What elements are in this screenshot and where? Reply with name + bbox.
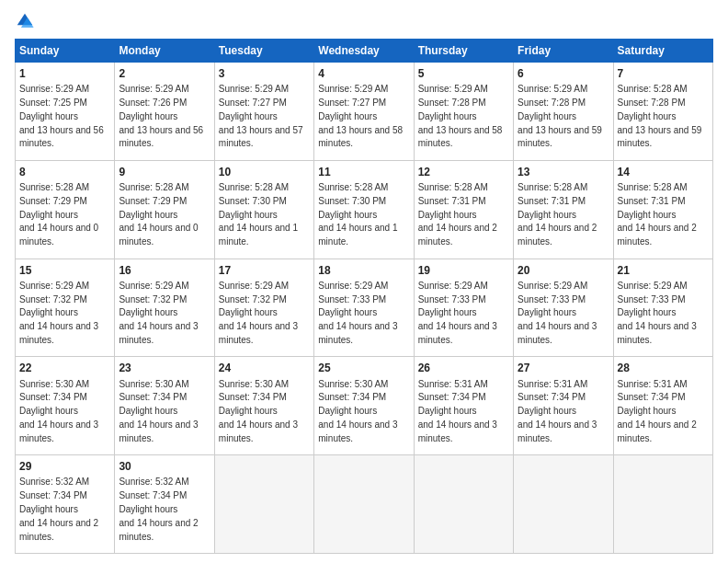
calendar-cell: 26 Sunrise: 5:31 AM Sunset: 7:34 PM Dayl… (414, 357, 513, 455)
cell-daylight-label: Daylight hours (19, 111, 78, 121)
cell-daylight-value: and 14 hours and 2 minutes. (618, 223, 697, 247)
day-number: 25 (318, 361, 409, 375)
cell-sunrise: Sunrise: 5:29 AM (219, 84, 289, 94)
day-number: 24 (219, 361, 310, 375)
cell-daylight-value: and 14 hours and 2 minutes. (19, 518, 98, 542)
calendar-cell: 7 Sunrise: 5:28 AM Sunset: 7:28 PM Dayli… (613, 63, 712, 161)
calendar-cell: 18 Sunrise: 5:29 AM Sunset: 7:33 PM Dayl… (314, 259, 414, 357)
cell-sunrise: Sunrise: 5:30 AM (119, 379, 188, 389)
cell-sunrise: Sunrise: 5:28 AM (119, 182, 188, 192)
cell-daylight-value: and 14 hours and 3 minutes. (119, 321, 198, 345)
day-number: 29 (19, 459, 110, 474)
calendar-cell: 5 Sunrise: 5:29 AM Sunset: 7:28 PM Dayli… (414, 63, 513, 161)
day-number: 15 (19, 263, 110, 278)
calendar-cell: 28 Sunrise: 5:31 AM Sunset: 7:34 PM Dayl… (613, 357, 712, 455)
cell-sunset: Sunset: 7:27 PM (219, 98, 287, 108)
cell-sunset: Sunset: 7:34 PM (119, 490, 187, 500)
cell-daylight-label: Daylight hours (19, 307, 78, 317)
cell-daylight-label: Daylight hours (418, 406, 477, 416)
cell-daylight-value: and 14 hours and 1 minute. (318, 223, 397, 247)
cell-daylight-label: Daylight hours (618, 111, 677, 121)
cell-sunset: Sunset: 7:32 PM (219, 294, 287, 304)
cell-sunset: Sunset: 7:32 PM (19, 294, 87, 304)
cell-sunset: Sunset: 7:34 PM (318, 392, 386, 402)
cell-sunrise: Sunrise: 5:29 AM (618, 281, 688, 291)
week-row-2: 8 Sunrise: 5:28 AM Sunset: 7:29 PM Dayli… (16, 160, 713, 259)
cell-daylight-label: Daylight hours (318, 406, 377, 416)
cell-daylight-label: Daylight hours (518, 406, 576, 416)
cell-daylight-value: and 14 hours and 3 minutes. (518, 321, 597, 345)
cell-sunset: Sunset: 7:29 PM (119, 196, 187, 206)
calendar-cell: 13 Sunrise: 5:28 AM Sunset: 7:31 PM Dayl… (514, 160, 613, 259)
day-number: 22 (19, 361, 110, 375)
cell-daylight-label: Daylight hours (219, 210, 278, 220)
cell-daylight-value: and 14 hours and 3 minutes. (19, 419, 98, 443)
cell-daylight-value: and 14 hours and 0 minutes. (19, 223, 98, 247)
cell-sunset: Sunset: 7:33 PM (618, 294, 686, 304)
cell-daylight-label: Daylight hours (518, 210, 576, 220)
cell-sunset: Sunset: 7:33 PM (418, 294, 486, 304)
calendar-cell (214, 455, 313, 554)
cell-sunrise: Sunrise: 5:29 AM (518, 281, 587, 291)
cell-sunrise: Sunrise: 5:28 AM (618, 84, 688, 94)
calendar-cell: 17 Sunrise: 5:29 AM Sunset: 7:32 PM Dayl… (214, 259, 313, 357)
calendar-cell (514, 455, 613, 554)
cell-daylight-label: Daylight hours (318, 210, 377, 220)
calendar-cell: 24 Sunrise: 5:30 AM Sunset: 7:34 PM Dayl… (214, 357, 313, 455)
cell-daylight-label: Daylight hours (618, 406, 677, 416)
calendar-cell: 29 Sunrise: 5:32 AM Sunset: 7:34 PM Dayl… (16, 455, 115, 554)
header (15, 11, 713, 31)
logo (15, 11, 39, 31)
day-number: 20 (518, 263, 609, 278)
calendar-cell: 15 Sunrise: 5:29 AM Sunset: 7:32 PM Dayl… (16, 259, 115, 357)
calendar-cell: 6 Sunrise: 5:29 AM Sunset: 7:28 PM Dayli… (514, 63, 613, 161)
cell-sunset: Sunset: 7:28 PM (418, 98, 486, 108)
calendar-cell: 14 Sunrise: 5:28 AM Sunset: 7:31 PM Dayl… (613, 160, 712, 259)
cell-daylight-label: Daylight hours (119, 504, 177, 514)
calendar-cell: 8 Sunrise: 5:28 AM Sunset: 7:29 PM Dayli… (16, 160, 115, 259)
day-number: 10 (219, 165, 310, 179)
day-number: 7 (618, 66, 709, 81)
cell-daylight-value: and 14 hours and 0 minutes. (119, 223, 198, 247)
calendar-cell: 1 Sunrise: 5:29 AM Sunset: 7:25 PM Dayli… (16, 63, 115, 161)
cell-sunset: Sunset: 7:28 PM (618, 98, 686, 108)
cell-daylight-label: Daylight hours (418, 307, 477, 317)
cell-sunrise: Sunrise: 5:32 AM (119, 477, 188, 487)
cell-sunrise: Sunrise: 5:29 AM (19, 281, 89, 291)
calendar-cell: 9 Sunrise: 5:28 AM Sunset: 7:29 PM Dayli… (115, 160, 214, 259)
day-number: 19 (418, 263, 509, 278)
day-number: 16 (119, 263, 210, 278)
week-row-5: 29 Sunrise: 5:32 AM Sunset: 7:34 PM Dayl… (16, 455, 713, 554)
day-number: 11 (318, 165, 409, 179)
cell-sunset: Sunset: 7:25 PM (19, 98, 87, 108)
cell-daylight-label: Daylight hours (119, 307, 177, 317)
cell-daylight-label: Daylight hours (19, 504, 78, 514)
day-number: 13 (518, 165, 609, 179)
cell-sunrise: Sunrise: 5:29 AM (518, 84, 587, 94)
cell-daylight-value: and 13 hours and 57 minutes. (219, 125, 303, 149)
cell-sunset: Sunset: 7:31 PM (618, 196, 686, 206)
day-number: 23 (119, 361, 210, 375)
cell-daylight-value: and 13 hours and 56 minutes. (19, 125, 104, 149)
cell-sunset: Sunset: 7:26 PM (119, 98, 187, 108)
calendar-cell: 4 Sunrise: 5:29 AM Sunset: 7:27 PM Dayli… (314, 63, 414, 161)
week-row-4: 22 Sunrise: 5:30 AM Sunset: 7:34 PM Dayl… (16, 357, 713, 455)
day-number: 1 (19, 66, 110, 81)
cell-sunrise: Sunrise: 5:29 AM (19, 84, 89, 94)
cell-daylight-label: Daylight hours (119, 210, 177, 220)
day-number: 21 (618, 263, 709, 278)
cell-daylight-label: Daylight hours (618, 210, 677, 220)
calendar-cell: 21 Sunrise: 5:29 AM Sunset: 7:33 PM Dayl… (613, 259, 712, 357)
cell-daylight-label: Daylight hours (219, 111, 278, 121)
cell-daylight-value: and 14 hours and 2 minutes. (119, 518, 198, 542)
cell-daylight-value: and 14 hours and 3 minutes. (19, 321, 98, 345)
day-number: 12 (418, 165, 509, 179)
cell-sunset: Sunset: 7:34 PM (119, 392, 187, 402)
calendar-cell: 22 Sunrise: 5:30 AM Sunset: 7:34 PM Dayl… (16, 357, 115, 455)
col-header-monday: Monday (115, 40, 214, 63)
day-number: 14 (618, 165, 709, 179)
calendar-cell: 19 Sunrise: 5:29 AM Sunset: 7:33 PM Dayl… (414, 259, 513, 357)
cell-sunrise: Sunrise: 5:29 AM (119, 84, 188, 94)
day-number: 27 (518, 361, 609, 375)
week-row-3: 15 Sunrise: 5:29 AM Sunset: 7:32 PM Dayl… (16, 259, 713, 357)
